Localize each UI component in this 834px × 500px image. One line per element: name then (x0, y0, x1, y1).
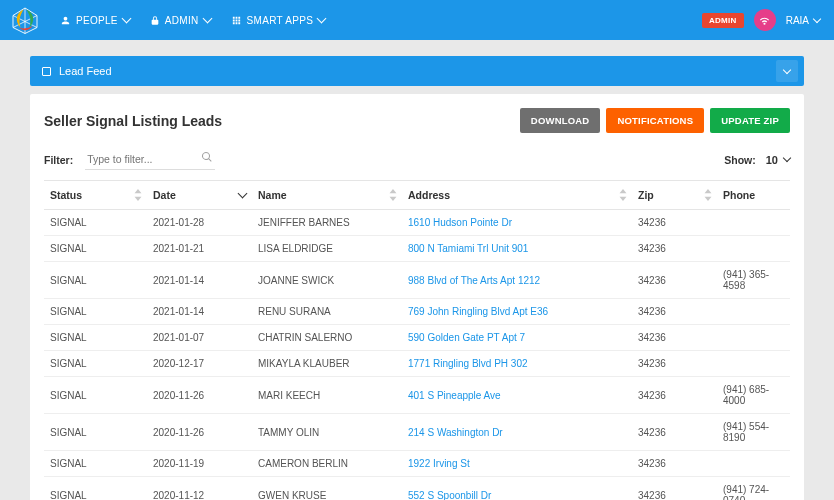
cell-name: TAMMY OLIN (254, 414, 404, 451)
nav-smart-apps[interactable]: SMART APPS (231, 15, 326, 26)
cell-name: LISA ELDRIDGE (254, 236, 404, 262)
cell-name: MARI KEECH (254, 377, 404, 414)
col-phone[interactable]: Phone (719, 181, 790, 210)
filter-input[interactable] (85, 149, 215, 170)
update-zip-button[interactable]: UPDATE ZIP (710, 108, 790, 133)
address-link[interactable]: 1922 Irving St (408, 458, 470, 469)
col-address-label: Address (408, 189, 450, 201)
col-address[interactable]: Address (404, 181, 634, 210)
sort-icon (388, 189, 398, 201)
app-logo-icon (8, 3, 42, 37)
cell-address: 1922 Irving St (404, 451, 634, 477)
address-link[interactable]: 214 S Washington Dr (408, 427, 503, 438)
show-select[interactable]: 10 (766, 154, 790, 166)
cell-phone: (941) 554-8190 (719, 414, 790, 451)
table-controls: Filter: Show: 10 (44, 149, 790, 170)
cell-address: 769 John Ringling Blvd Apt E36 (404, 299, 634, 325)
nav-people[interactable]: PEOPLE (60, 15, 130, 26)
cell-phone (719, 210, 790, 236)
cell-status: SIGNAL (44, 451, 149, 477)
cell-name: JENIFFER BARNES (254, 210, 404, 236)
chevron-down-icon (121, 14, 131, 24)
leads-table: Status Date Name Address (44, 180, 790, 500)
cell-zip: 34236 (634, 414, 719, 451)
lead-feed-panel-header[interactable]: Lead Feed (30, 56, 804, 86)
table-row: SIGNAL2021-01-28JENIFFER BARNES1610 Huds… (44, 210, 790, 236)
col-date[interactable]: Date (149, 181, 254, 210)
top-navbar: PEOPLE ADMIN SMART APPS ADMIN RAIA (0, 0, 834, 40)
search-icon (201, 151, 213, 163)
cell-date: 2020-11-26 (149, 414, 254, 451)
admin-badge: ADMIN (702, 13, 744, 28)
sort-icon (618, 189, 628, 201)
table-row: SIGNAL2020-11-19CAMERON BERLIN1922 Irvin… (44, 451, 790, 477)
cell-status: SIGNAL (44, 477, 149, 501)
col-zip[interactable]: Zip (634, 181, 719, 210)
cell-zip: 34236 (634, 325, 719, 351)
address-link[interactable]: 401 S Pineapple Ave (408, 390, 501, 401)
notifications-button[interactable]: NOTIFICATIONS (606, 108, 704, 133)
address-link[interactable]: 988 Blvd of The Arts Apt 1212 (408, 275, 540, 286)
cell-address: 401 S Pineapple Ave (404, 377, 634, 414)
leads-card: Seller Signal Listing Leads DOWNLOAD NOT… (30, 94, 804, 500)
table-row: SIGNAL2020-11-12GWEN KRUSE552 S Spoonbil… (44, 477, 790, 501)
filter-label: Filter: (44, 154, 73, 166)
nav-smart-label: SMART APPS (247, 15, 314, 26)
chevron-down-icon (783, 65, 791, 73)
filter-box (85, 149, 215, 170)
cell-address: 988 Blvd of The Arts Apt 1212 (404, 262, 634, 299)
cell-name: GWEN KRUSE (254, 477, 404, 501)
address-link[interactable]: 1610 Hudson Pointe Dr (408, 217, 512, 228)
person-icon (60, 15, 71, 26)
card-header: Seller Signal Listing Leads DOWNLOAD NOT… (44, 108, 790, 133)
chevron-down-icon (202, 14, 212, 24)
chevron-down-icon (317, 14, 327, 24)
cell-status: SIGNAL (44, 351, 149, 377)
col-zip-label: Zip (638, 189, 654, 201)
download-button[interactable]: DOWNLOAD (520, 108, 601, 133)
collapse-button[interactable] (776, 60, 798, 82)
nav-people-label: PEOPLE (76, 15, 118, 26)
address-link[interactable]: 1771 Ringling Blvd PH 302 (408, 358, 528, 369)
cell-phone (719, 325, 790, 351)
show-wrap: Show: 10 (724, 154, 790, 166)
nav-items: PEOPLE ADMIN SMART APPS (60, 15, 325, 26)
action-buttons: DOWNLOAD NOTIFICATIONS UPDATE ZIP (520, 108, 790, 133)
cell-phone: (941) 685-4000 (719, 377, 790, 414)
table-row: SIGNAL2021-01-14RENU SURANA769 John Ring… (44, 299, 790, 325)
cell-phone (719, 451, 790, 477)
user-menu[interactable]: RAIA (786, 15, 820, 26)
cell-phone (719, 236, 790, 262)
col-status[interactable]: Status (44, 181, 149, 210)
show-value: 10 (766, 154, 778, 166)
cell-address: 552 S Spoonbill Dr (404, 477, 634, 501)
cell-status: SIGNAL (44, 325, 149, 351)
cell-zip: 34236 (634, 210, 719, 236)
chevron-down-icon (238, 189, 248, 199)
chevron-down-icon (813, 14, 821, 22)
address-link[interactable]: 590 Golden Gate PT Apt 7 (408, 332, 525, 343)
cell-status: SIGNAL (44, 414, 149, 451)
col-name[interactable]: Name (254, 181, 404, 210)
address-link[interactable]: 800 N Tamiami Trl Unit 901 (408, 243, 528, 254)
cell-date: 2020-11-19 (149, 451, 254, 477)
nav-right: ADMIN RAIA (702, 9, 820, 31)
cell-phone: (941) 365-4598 (719, 262, 790, 299)
cell-zip: 34236 (634, 451, 719, 477)
page-title: Seller Signal Listing Leads (44, 113, 222, 129)
wifi-icon[interactable] (754, 9, 776, 31)
grid-icon (231, 15, 242, 26)
address-link[interactable]: 552 S Spoonbill Dr (408, 490, 491, 501)
cell-name: RENU SURANA (254, 299, 404, 325)
cell-name: MIKAYLA KLAUBER (254, 351, 404, 377)
nav-admin-label: ADMIN (165, 15, 199, 26)
sort-icon (133, 189, 143, 201)
col-phone-label: Phone (723, 189, 755, 201)
cell-date: 2021-01-14 (149, 262, 254, 299)
lock-icon (150, 15, 160, 26)
table-row: SIGNAL2021-01-14JOANNE SWICK988 Blvd of … (44, 262, 790, 299)
address-link[interactable]: 769 John Ringling Blvd Apt E36 (408, 306, 548, 317)
nav-admin[interactable]: ADMIN (150, 15, 211, 26)
col-date-label: Date (153, 189, 176, 201)
cell-name: CHATRIN SALERNO (254, 325, 404, 351)
